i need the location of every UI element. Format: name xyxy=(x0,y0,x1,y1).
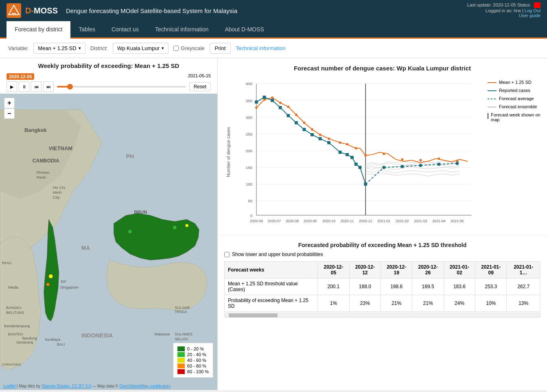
svg-text:Makassar: Makassar xyxy=(154,332,170,336)
svg-point-84 xyxy=(295,114,298,116)
next-button[interactable]: ⏭ xyxy=(43,81,54,92)
row1-val0: 1% xyxy=(318,295,349,312)
greyscale-checkbox[interactable] xyxy=(173,46,179,51)
legend-line-teal-dash xyxy=(488,99,497,99)
svg-text:0: 0 xyxy=(250,213,253,218)
slider-thumb[interactable] xyxy=(67,84,73,90)
table-scroll[interactable]: Forecast weeks 2020-12-05 2020-12-12 202… xyxy=(224,261,540,318)
th-col-0: 2020-12-05 xyxy=(318,262,349,278)
forecast-table: Forecast weeks 2020-12-05 2020-12-12 202… xyxy=(224,261,540,312)
row1-label: Probability of exceeding Mean + 1.25 SD xyxy=(225,295,318,312)
row0-val0: 200.1 xyxy=(318,278,349,295)
map-area[interactable]: Bangkok VIETNAM CAMBODIA Phnom Penh Ho C… xyxy=(0,94,217,390)
svg-point-79 xyxy=(255,106,258,109)
header-title: Dengue forecasting MOdel Satellite-based… xyxy=(66,7,237,14)
status-indicator xyxy=(534,2,540,8)
svg-text:2020-11: 2020-11 xyxy=(341,219,354,223)
main-content: Weekly probability of exceeding: Mean + … xyxy=(0,58,547,390)
chart-title: Forecast number of dengue cases: Wp Kual… xyxy=(224,65,540,72)
row1-val3: 21% xyxy=(412,295,444,312)
probability-title: Forecasted probability of exceeding Mean… xyxy=(224,242,540,248)
legend-item-40-60: 40 - 60 % xyxy=(177,358,209,363)
svg-point-122 xyxy=(419,164,422,167)
svg-text:Bangkok: Bangkok xyxy=(24,127,47,134)
date-end-label: 2021-05-15 xyxy=(188,73,211,80)
user-guide-link[interactable]: User guide xyxy=(519,13,540,18)
nav-item-tables[interactable]: Tables xyxy=(70,21,103,39)
svg-point-92 xyxy=(364,154,367,157)
pause-button[interactable]: ⏸ xyxy=(19,81,29,92)
scroll-bar[interactable] xyxy=(224,313,540,318)
svg-text:TENGA: TENGA xyxy=(175,310,187,314)
svg-rect-98 xyxy=(255,101,258,104)
svg-text:MA: MA xyxy=(81,245,90,251)
reset-button[interactable]: Reset xyxy=(189,82,211,91)
nav-item-about[interactable]: About D-MOSS xyxy=(217,21,272,39)
stamen-link[interactable]: Stamen Design, CC BY 3.0 xyxy=(42,384,91,388)
svg-text:2020-10: 2020-10 xyxy=(322,219,335,223)
show-bounds-checkbox[interactable] xyxy=(224,252,230,257)
legend-color-20-40 xyxy=(177,352,185,357)
svg-text:350: 350 xyxy=(246,99,253,103)
svg-text:2021-04: 2021-04 xyxy=(432,219,445,223)
variable-dropdown[interactable]: Mean + 1.25 SD xyxy=(33,43,85,54)
logo-moss: MOSS xyxy=(34,6,58,15)
svg-point-18 xyxy=(46,283,50,286)
legend-label-80-100: 80 - 100 % xyxy=(187,369,209,374)
nav-item-technical[interactable]: Technical information xyxy=(147,21,217,39)
log-out-link[interactable]: Log Out xyxy=(525,8,540,13)
svg-point-21 xyxy=(185,224,188,227)
svg-text:2020-09: 2020-09 xyxy=(304,219,317,223)
zoom-controls: + − xyxy=(4,98,15,119)
district-dropdown[interactable]: Wp Kuala Lumpur xyxy=(113,43,168,54)
row0-val4: 183.6 xyxy=(444,278,475,295)
nav-item-contact[interactable]: Contact us xyxy=(103,21,147,39)
greyscale-label: Greyscale xyxy=(181,45,205,51)
zoom-in-button[interactable]: + xyxy=(4,98,15,108)
row1-val6: 13% xyxy=(507,295,540,312)
svg-point-17 xyxy=(49,274,53,278)
nav-bar: Forecast by district Tables Contact us T… xyxy=(0,21,547,39)
slider-track[interactable] xyxy=(57,86,186,88)
th-col-2: 2020-12-19 xyxy=(381,262,412,278)
tech-info-link[interactable]: Technical information xyxy=(236,45,285,51)
zoom-out-button[interactable]: − xyxy=(4,108,15,119)
svg-rect-101 xyxy=(279,106,282,109)
svg-point-91 xyxy=(355,147,357,149)
row0-val3: 189.5 xyxy=(412,278,444,295)
legend-label-60-80: 60 - 80 % xyxy=(187,364,206,368)
svg-point-81 xyxy=(271,96,274,99)
svg-rect-112 xyxy=(359,166,362,169)
svg-point-121 xyxy=(400,165,404,168)
svg-rect-110 xyxy=(350,156,354,159)
svg-text:PH: PH xyxy=(126,153,133,160)
osm-link[interactable]: OpenStreetMap contributors xyxy=(120,384,171,388)
prev-button[interactable]: ⏮ xyxy=(31,81,42,92)
legend-label-mean: Mean + 1.25 SD xyxy=(499,80,532,85)
date-labels: 2020-12-05 2021-05-15 xyxy=(7,73,211,80)
header-info: Last update: 2020-12-05 Status: Logged i… xyxy=(467,2,540,18)
legend-row-ensemble: Forecast ensemble xyxy=(488,104,540,109)
svg-rect-107 xyxy=(327,141,330,145)
print-button[interactable]: Print xyxy=(210,43,231,54)
svg-point-120 xyxy=(382,166,385,169)
row1-val5: 10% xyxy=(475,295,507,312)
svg-rect-103 xyxy=(295,121,298,125)
svg-text:Semarang: Semarang xyxy=(16,340,33,344)
svg-point-94 xyxy=(401,158,403,161)
row1-val4: 24% xyxy=(444,295,475,312)
greyscale-checkbox-label[interactable]: Greyscale xyxy=(173,45,205,51)
svg-point-2 xyxy=(13,11,15,13)
play-button[interactable]: ▶ xyxy=(7,81,17,92)
chart-legend: Mean + 1.25 SD Reported cases Forecast a… xyxy=(488,76,540,228)
nav-item-forecast[interactable]: Forecast by district xyxy=(7,21,70,39)
svg-rect-105 xyxy=(311,133,314,136)
svg-point-123 xyxy=(437,162,440,166)
status-label: Status: xyxy=(517,2,531,7)
leaflet-link[interactable]: Leaflet xyxy=(3,384,15,388)
th-col-6: 2021-01-1… xyxy=(507,262,540,278)
right-panel: Forecast number of dengue cases: Wp Kual… xyxy=(218,58,547,390)
district-label: District: xyxy=(90,45,108,51)
svg-point-85 xyxy=(303,122,305,124)
scroll-thumb xyxy=(229,313,278,318)
